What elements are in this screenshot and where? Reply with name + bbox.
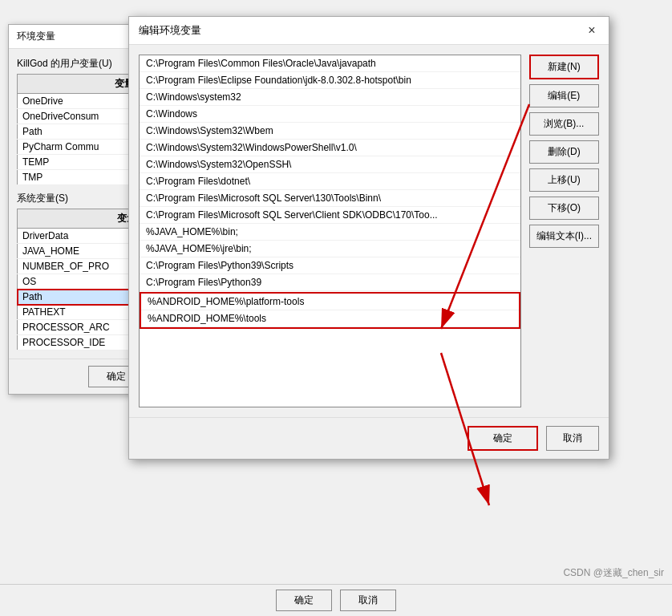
move-up-button[interactable]: 上移(U) (529, 168, 599, 192)
edit-env-footer: 确定 取消 (129, 417, 609, 459)
move-down-button[interactable]: 下移(O) (529, 197, 599, 220)
edit-text-button[interactable]: 编辑文本(I)... (529, 225, 599, 248)
edit-env-cancel-button[interactable]: 取消 (546, 426, 599, 451)
path-list-item[interactable]: C:\Program Files\Python39\Scripts (140, 257, 520, 274)
path-list-item[interactable]: C:\Program Files\dotnet\ (140, 173, 520, 190)
path-list-item[interactable]: C:\Windows\System32\Wbem (140, 123, 520, 140)
edit-env-close-button[interactable]: × (585, 23, 599, 38)
browse-button[interactable]: 浏览(B)... (529, 112, 599, 136)
path-list-item[interactable]: C:\Program Files\Microsoft SQL Server\Cl… (140, 207, 520, 224)
path-list-item[interactable]: %ANDROID_HOME%\tools (141, 310, 519, 327)
delete-button[interactable]: 删除(D) (529, 140, 599, 164)
bottom-ok-button[interactable]: 确定 (276, 590, 332, 611)
env-var-title: 环境变量 (17, 30, 55, 43)
right-buttons-panel: 新建(N) 编辑(E) 浏览(B)... 删除(D) 上移(U) 下移(O) 编… (529, 55, 599, 407)
edit-env-dialog: 编辑环境变量 × C:\Program Files\Common Files\O… (128, 16, 609, 460)
bottom-cancel-button[interactable]: 取消 (340, 590, 396, 611)
path-list-item[interactable]: C:\Program Files\Python39 (140, 274, 520, 291)
path-list-item[interactable]: C:\Program Files\Common Files\Oracle\Jav… (140, 55, 520, 72)
path-list-item[interactable]: C:\Windows\System32\WindowsPowerShell\v1… (140, 140, 520, 156)
path-list[interactable]: C:\Program Files\Common Files\Oracle\Jav… (139, 55, 521, 407)
edit-button[interactable]: 编辑(E) (529, 84, 599, 107)
bottom-bar: 确定 取消 (0, 584, 672, 616)
path-list-item[interactable]: C:\Windows\System32\OpenSSH\ (140, 156, 520, 173)
edit-env-title: 编辑环境变量 (139, 23, 201, 38)
path-list-item[interactable]: %JAVA_HOME%\bin; (140, 224, 520, 241)
path-list-item[interactable]: C:\Program Files\Eclipse Foundation\jdk-… (140, 72, 520, 89)
path-list-item[interactable]: %JAVA_HOME%\jre\bin; (140, 241, 520, 257)
watermark: CSDN @迷藏_chen_sir (563, 566, 664, 580)
path-list-item[interactable]: C:\Program Files\Microsoft SQL Server\13… (140, 190, 520, 207)
edit-env-ok-button[interactable]: 确定 (468, 426, 538, 451)
path-list-item[interactable]: C:\Windows\system32 (140, 89, 520, 106)
edit-env-title-bar: 编辑环境变量 × (129, 17, 609, 45)
new-button[interactable]: 新建(N) (529, 55, 599, 79)
edit-env-body: C:\Program Files\Common Files\Oracle\Jav… (129, 45, 609, 417)
path-list-item[interactable]: %ANDROID_HOME%\platform-tools (141, 294, 519, 310)
path-list-item[interactable]: C:\Windows (140, 106, 520, 123)
